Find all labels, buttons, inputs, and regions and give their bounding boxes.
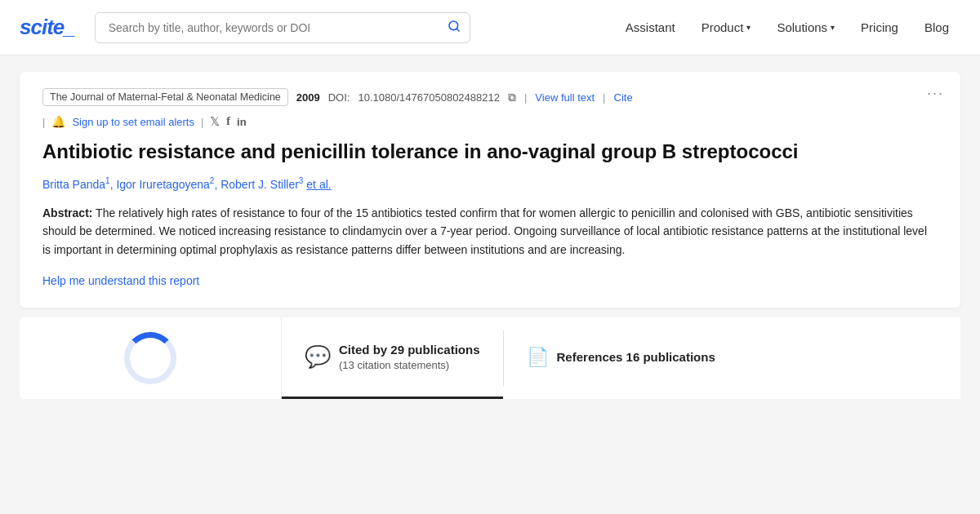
doi-label: DOI:	[328, 91, 350, 104]
main-area: ··· The Journal of Maternal-Fetal & Neon…	[0, 55, 980, 399]
navbar: scite_ Assistant Product ▾ Solutions ▾ P…	[0, 0, 980, 55]
email-alerts-link[interactable]: Sign up to set email alerts	[72, 116, 194, 128]
journal-name: The Journal of Maternal-Fetal & Neonatal…	[42, 88, 288, 106]
nav-item-pricing[interactable]: Pricing	[849, 14, 910, 41]
cited-by-label: Cited by 29 publications	[339, 342, 480, 358]
twitter-icon[interactable]: 𝕏	[210, 114, 220, 129]
references-label: References 16 publications	[557, 349, 715, 366]
nav-item-blog[interactable]: Blog	[913, 14, 960, 41]
copy-icon[interactable]: ⧉	[508, 91, 516, 104]
tabs-panel: 💬 Cited by 29 publications (13 citation …	[281, 317, 960, 399]
cite-link[interactable]: Cite	[614, 91, 633, 104]
authors-row: Britta Panda1, Igor Iruretagoyena2, Robe…	[42, 176, 938, 191]
article-meta-row: The Journal of Maternal-Fetal & Neonatal…	[42, 88, 938, 106]
tab-references[interactable]: 📄 References 16 publications	[504, 317, 738, 399]
bell-icon: 🔔	[51, 115, 65, 128]
author-2[interactable]: Igor Iruretagoyena2	[116, 178, 214, 191]
nav-item-assistant[interactable]: Assistant	[614, 14, 687, 41]
nav-item-solutions[interactable]: Solutions ▾	[765, 14, 846, 41]
left-panel	[20, 317, 281, 399]
tab-cited-by[interactable]: 💬 Cited by 29 publications (13 citation …	[282, 317, 503, 399]
more-options-button[interactable]: ···	[927, 85, 944, 102]
author-1[interactable]: Britta Panda1	[42, 178, 110, 191]
citation-icon: 💬	[305, 344, 331, 370]
view-full-text-link[interactable]: View full text	[535, 91, 595, 104]
cited-by-sub: (13 citation statements)	[339, 359, 480, 373]
abstract-label: Abstract:	[42, 206, 92, 219]
references-icon: 📄	[527, 347, 549, 368]
nav-item-product[interactable]: Product ▾	[690, 14, 763, 41]
loading-spinner	[124, 332, 176, 384]
abstract-text: The relatively high rates of resistance …	[42, 206, 927, 256]
chevron-down-icon: ▾	[746, 23, 751, 32]
doi-value: 10.1080/14767050802488212	[358, 91, 500, 104]
article-title: Antibiotic resistance and penicillin tol…	[42, 139, 938, 165]
help-understand-link[interactable]: Help me understand this report	[42, 274, 199, 287]
abstract-section: Abstract: The relatively high rates of r…	[42, 204, 938, 259]
search-wrapper	[95, 12, 470, 43]
publication-year: 2009	[296, 91, 320, 104]
facebook-icon[interactable]: f	[226, 115, 230, 128]
bottom-section: 💬 Cited by 29 publications (13 citation …	[20, 317, 960, 399]
linkedin-icon[interactable]: in	[237, 116, 247, 128]
alerts-row: | 🔔 Sign up to set email alerts | 𝕏 f in	[42, 114, 938, 129]
article-card: ··· The Journal of Maternal-Fetal & Neon…	[20, 72, 960, 308]
author-3[interactable]: Robert J. Stiller3	[220, 178, 303, 191]
search-icon	[448, 20, 461, 36]
logo[interactable]: scite_	[20, 15, 75, 40]
chevron-down-icon: ▾	[831, 23, 835, 32]
svg-line-1	[457, 29, 459, 31]
search-input[interactable]	[95, 12, 470, 43]
nav-links: Assistant Product ▾ Solutions ▾ Pricing …	[614, 14, 960, 41]
et-al-link[interactable]: et al.	[306, 178, 331, 191]
